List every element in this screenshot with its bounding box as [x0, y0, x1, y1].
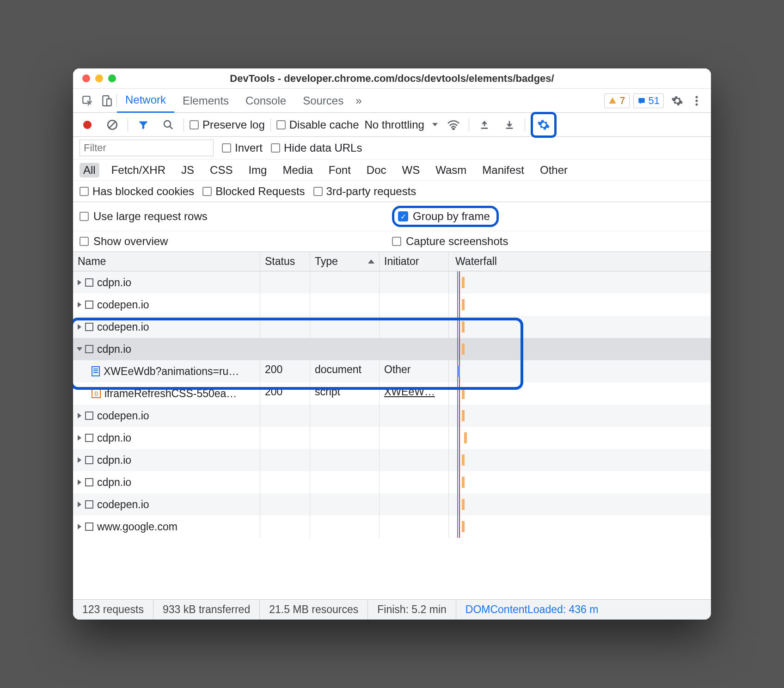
- frame-row[interactable]: codepen.io: [73, 316, 711, 338]
- device-toolbar-icon[interactable]: [97, 91, 116, 111]
- network-conditions-icon[interactable]: [444, 115, 463, 135]
- frame-row[interactable]: cdpn.io: [73, 471, 711, 493]
- capture-screenshots-checkbox[interactable]: Capture screenshots: [392, 235, 704, 248]
- col-type[interactable]: Type: [310, 252, 380, 271]
- group-by-frame-checkbox[interactable]: ✓: [398, 211, 408, 221]
- import-har-icon[interactable]: [475, 115, 494, 135]
- inspect-element-icon[interactable]: [78, 91, 97, 111]
- initiator-link[interactable]: XWEeW…: [384, 386, 435, 398]
- type-filter-css[interactable]: CSS: [206, 163, 236, 178]
- frame-icon: [85, 500, 93, 509]
- disable-cache-checkbox[interactable]: Disable cache: [276, 118, 359, 131]
- frame-row[interactable]: codepen.io: [73, 294, 711, 316]
- tab-network[interactable]: Network: [117, 89, 174, 113]
- waterfall-bar: [457, 366, 460, 377]
- col-waterfall[interactable]: Waterfall: [449, 252, 711, 271]
- request-row[interactable]: ⟨⟩iframeRefreshCSS-550ea…200scriptXWEeW…: [73, 382, 711, 405]
- waterfall-bar: [462, 344, 465, 355]
- preserve-log-checkbox[interactable]: Preserve log: [190, 118, 265, 131]
- tab-sources[interactable]: Sources: [294, 89, 352, 113]
- hide-data-urls-checkbox[interactable]: Hide data URLs: [271, 141, 362, 154]
- row-name: cdpn.io: [97, 343, 131, 356]
- status-bar: 123 requests 933 kB transferred 21.5 MB …: [73, 599, 711, 620]
- request-row[interactable]: XWEeWdb?animations=ru…200documentOther: [73, 360, 711, 382]
- warnings-badge[interactable]: 7: [604, 93, 629, 108]
- search-icon[interactable]: [159, 115, 178, 135]
- status-finish: Finish: 5.2 min: [368, 600, 456, 620]
- network-settings-icon[interactable]: [534, 115, 553, 135]
- type-filter-fetch-xhr[interactable]: Fetch/XHR: [108, 163, 169, 178]
- export-har-icon[interactable]: [500, 115, 519, 135]
- messages-count: 51: [649, 95, 660, 107]
- svg-point-11: [453, 128, 454, 129]
- disclosure-triangle-icon[interactable]: [78, 502, 81, 507]
- frame-row[interactable]: cdpn.io: [73, 338, 711, 360]
- filter-input[interactable]: [80, 140, 214, 156]
- third-party-checkbox[interactable]: 3rd-party requests: [313, 185, 416, 198]
- status-dcl: DOMContentLoaded: 436 m: [456, 600, 608, 620]
- settings-icon[interactable]: [668, 91, 687, 111]
- throttling-select[interactable]: No throttling: [364, 118, 438, 131]
- frame-row[interactable]: cdpn.io: [73, 427, 711, 449]
- disclosure-triangle-icon[interactable]: [78, 435, 81, 441]
- col-status[interactable]: Status: [260, 252, 310, 271]
- tab-console[interactable]: Console: [237, 89, 294, 113]
- tabs-overflow-button[interactable]: »: [352, 89, 365, 113]
- type-filter-js[interactable]: JS: [178, 163, 198, 178]
- type-filter-all[interactable]: All: [80, 163, 99, 178]
- waterfall-bar: [462, 499, 465, 510]
- type-filter-other[interactable]: Other: [536, 163, 571, 178]
- has-blocked-cookies-checkbox[interactable]: Has blocked cookies: [80, 185, 194, 198]
- type-filter-ws[interactable]: WS: [398, 163, 424, 178]
- disclosure-triangle-icon[interactable]: [78, 524, 81, 529]
- show-overview-checkbox[interactable]: Show overview: [80, 235, 392, 248]
- type-filter-wasm[interactable]: Wasm: [432, 163, 470, 178]
- waterfall-bar: [462, 277, 465, 288]
- minimize-window-button[interactable]: [95, 74, 103, 82]
- script-icon: ⟨⟩: [92, 389, 101, 398]
- frame-row[interactable]: www.google.com: [73, 516, 711, 538]
- type-filter-manifest[interactable]: Manifest: [478, 163, 528, 178]
- disclosure-triangle-icon[interactable]: [78, 457, 81, 463]
- svg-line-10: [170, 126, 172, 129]
- request-table: Name Status Type Initiator Waterfall cdp…: [73, 252, 711, 599]
- messages-badge[interactable]: 51: [633, 93, 664, 108]
- type-filter-doc[interactable]: Doc: [363, 163, 390, 178]
- titlebar: DevTools - developer.chrome.com/docs/dev…: [73, 68, 711, 89]
- row-name: codepen.io: [97, 299, 149, 311]
- disclosure-triangle-icon[interactable]: [77, 347, 82, 351]
- more-icon[interactable]: [687, 91, 706, 111]
- disclosure-triangle-icon[interactable]: [78, 280, 81, 285]
- settings-row-1: Use large request rows ✓ Group by frame: [73, 202, 711, 231]
- frame-row[interactable]: codepen.io: [73, 405, 711, 427]
- blocked-requests-checkbox[interactable]: Blocked Requests: [202, 185, 305, 198]
- filter-icon[interactable]: [134, 115, 153, 135]
- disclosure-triangle-icon[interactable]: [78, 324, 81, 330]
- frame-icon: [85, 434, 93, 442]
- col-initiator[interactable]: Initiator: [380, 252, 449, 271]
- devtools-window: DevTools - developer.chrome.com/docs/dev…: [73, 68, 711, 620]
- waterfall-bar: [464, 432, 467, 443]
- frame-icon: [85, 323, 93, 331]
- disclosure-triangle-icon[interactable]: [78, 413, 81, 418]
- frame-row[interactable]: cdpn.io: [73, 449, 711, 471]
- tab-elements[interactable]: Elements: [174, 89, 237, 113]
- disclosure-triangle-icon[interactable]: [78, 479, 81, 485]
- type-filter-font[interactable]: Font: [325, 163, 355, 178]
- type-filter-media[interactable]: Media: [279, 163, 316, 178]
- col-name[interactable]: Name: [73, 252, 260, 271]
- frame-row[interactable]: codepen.io: [73, 493, 711, 516]
- record-button[interactable]: [78, 115, 97, 135]
- sort-asc-icon: [368, 259, 374, 264]
- type-filter-img[interactable]: Img: [245, 163, 270, 178]
- frame-row[interactable]: cdpn.io: [73, 271, 711, 294]
- row-name: XWEeWdb?animations=ru…: [104, 365, 239, 378]
- disclosure-triangle-icon[interactable]: [78, 302, 81, 307]
- close-window-button[interactable]: [82, 74, 90, 82]
- row-name: www.google.com: [97, 521, 178, 533]
- large-rows-checkbox[interactable]: Use large request rows: [80, 206, 392, 227]
- row-name: cdpn.io: [97, 432, 131, 444]
- clear-button[interactable]: [103, 115, 122, 135]
- invert-checkbox[interactable]: Invert: [222, 141, 263, 154]
- maximize-window-button[interactable]: [108, 74, 116, 82]
